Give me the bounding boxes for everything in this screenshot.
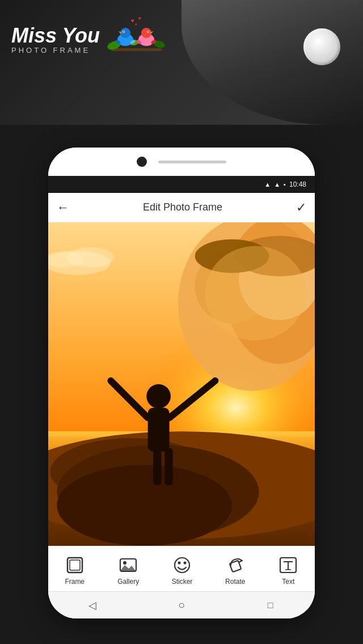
- android-home-icon: ○: [178, 599, 185, 612]
- svg-marker-50: [120, 565, 136, 571]
- svg-text:♥: ♥: [138, 16, 141, 21]
- tool-rotate[interactable]: Rotate: [221, 553, 250, 588]
- frame-icon: [65, 555, 85, 575]
- phone-camera: [137, 157, 147, 167]
- signal-icon-2: ▲: [274, 181, 280, 188]
- svg-text:♥: ♥: [131, 18, 134, 24]
- svg-point-15: [147, 31, 149, 32]
- rotate-icon: [225, 555, 246, 575]
- header-content: Miss You PHOTO FRAME ♥ ♥ ♥: [11, 11, 168, 68]
- phone-screen: ▲ ▲ ▪ 10:48 ← Edit Photo Frame ✓: [48, 176, 315, 618]
- svg-rect-47: [70, 560, 80, 570]
- android-nav-bar: ◁ ○ □: [48, 591, 315, 618]
- gallery-icon: [118, 555, 138, 575]
- tool-text[interactable]: Text: [273, 553, 303, 588]
- svg-rect-37: [153, 448, 161, 485]
- phone-mockup: ▲ ▲ ▪ 10:48 ← Edit Photo Frame ✓: [48, 148, 315, 618]
- svg-point-5: [120, 28, 130, 38]
- tool-gallery[interactable]: Gallery: [113, 553, 143, 588]
- phone-top-bar: [48, 148, 315, 176]
- svg-point-29: [205, 246, 306, 340]
- android-home-button[interactable]: ○: [175, 599, 188, 612]
- svg-point-51: [175, 558, 189, 573]
- android-back-icon: ◁: [88, 599, 96, 612]
- android-back-button[interactable]: ◁: [86, 599, 99, 612]
- battery-icon: ▪: [284, 181, 286, 188]
- svg-point-49: [123, 561, 126, 565]
- confirm-button[interactable]: ✓: [296, 200, 306, 215]
- nav-bar: ← Edit Photo Frame ✓: [48, 193, 315, 222]
- text-icon: [278, 555, 298, 575]
- tool-frame[interactable]: Frame: [60, 553, 90, 588]
- page-title: Edit Photo Frame: [69, 201, 296, 213]
- svg-rect-38: [164, 448, 172, 485]
- status-time: 10:48: [289, 180, 306, 188]
- gallery-label: Gallery: [117, 578, 139, 586]
- back-button[interactable]: ←: [57, 200, 69, 215]
- sticker-icon: [172, 555, 192, 575]
- svg-point-40: [146, 384, 171, 409]
- app-title-block: Miss You PHOTO FRAME: [11, 26, 100, 54]
- svg-point-53: [183, 561, 186, 564]
- android-recents-icon: □: [268, 600, 273, 611]
- svg-point-8: [123, 31, 124, 32]
- svg-rect-0: [111, 48, 162, 51]
- sticker-label: Sticker: [172, 578, 193, 586]
- app-title-main: Miss You: [11, 26, 100, 46]
- rotate-label: Rotate: [225, 578, 245, 586]
- photo-edit-area[interactable]: [48, 222, 315, 546]
- bottom-toolbar: Frame Gallery: [48, 546, 315, 591]
- svg-point-36: [57, 465, 232, 546]
- svg-point-52: [178, 561, 180, 564]
- tool-sticker[interactable]: Sticker: [167, 553, 197, 588]
- phone-speaker: [158, 161, 226, 163]
- svg-text:♥: ♥: [135, 23, 137, 26]
- status-bar: ▲ ▲ ▪ 10:48: [48, 176, 315, 193]
- android-recents-button[interactable]: □: [264, 599, 277, 612]
- photo-background: [48, 222, 315, 546]
- frame-label: Frame: [65, 578, 85, 586]
- birds-illustration: ♥ ♥ ♥: [105, 11, 168, 68]
- svg-point-12: [141, 28, 151, 38]
- signal-icon-1: ▲: [264, 181, 271, 188]
- circle-button[interactable]: [303, 28, 340, 65]
- text-label: Text: [282, 578, 294, 586]
- app-title-sub: PHOTO FRAME: [11, 46, 100, 54]
- svg-rect-39: [148, 408, 170, 452]
- photo-svg: [48, 222, 315, 546]
